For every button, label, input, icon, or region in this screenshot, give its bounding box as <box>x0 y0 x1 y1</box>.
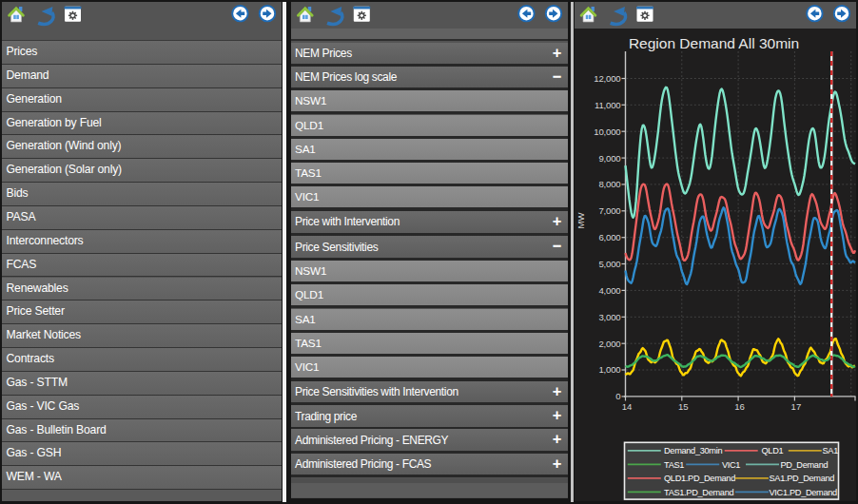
svg-text:SA1: SA1 <box>823 446 839 456</box>
svg-text:7,000: 7,000 <box>598 205 620 216</box>
svg-text:17: 17 <box>791 401 802 412</box>
svg-text:4,000: 4,000 <box>598 285 620 296</box>
svg-text:15: 15 <box>678 401 689 412</box>
svg-text:11,000: 11,000 <box>595 100 620 110</box>
svg-text:3,000: 3,000 <box>598 312 620 322</box>
svg-text:6,000: 6,000 <box>598 232 620 242</box>
svg-text:QLD1: QLD1 <box>762 446 784 456</box>
svg-text:12,000: 12,000 <box>594 73 620 84</box>
svg-text:5,000: 5,000 <box>598 259 620 269</box>
svg-text:Region Demand All 30min: Region Demand All 30min <box>629 35 799 51</box>
svg-text:8,000: 8,000 <box>598 179 620 189</box>
svg-text:9,000: 9,000 <box>598 153 620 164</box>
svg-text:VIC1.PD_Demand: VIC1.PD_Demand <box>770 488 838 497</box>
svg-text:PD_Demand: PD_Demand <box>780 460 828 470</box>
svg-text:14: 14 <box>622 401 633 412</box>
svg-text:2,000: 2,000 <box>598 339 620 349</box>
svg-text:16: 16 <box>734 401 745 412</box>
svg-text:1,000: 1,000 <box>598 364 620 375</box>
svg-text:TAS1.PD_Demand: TAS1.PD_Demand <box>664 488 733 497</box>
svg-text:SA1.PD_Demand: SA1.PD_Demand <box>770 474 835 483</box>
svg-text:Demand_30min: Demand_30min <box>664 446 722 456</box>
svg-text:MW: MW <box>575 212 586 229</box>
svg-text:VIC1: VIC1 <box>722 460 740 470</box>
svg-text:0: 0 <box>615 391 620 401</box>
svg-text:TAS1: TAS1 <box>664 460 684 470</box>
svg-text:QLD1.PD_Demand: QLD1.PD_Demand <box>664 474 735 483</box>
svg-text:10,000: 10,000 <box>594 126 620 137</box>
